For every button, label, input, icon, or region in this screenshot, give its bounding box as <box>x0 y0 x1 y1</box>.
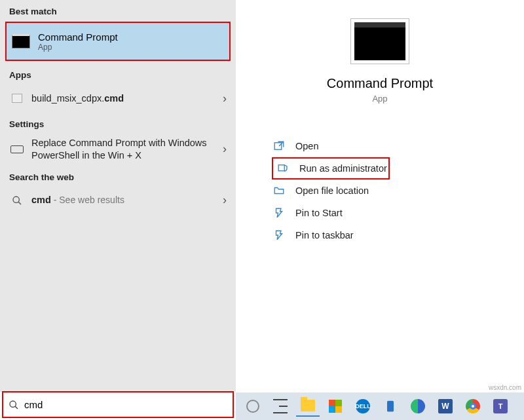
settings-result-label: Replace Command Prompt with Windows Powe… <box>31 137 223 162</box>
app-result-build-msix[interactable]: build_msix_cdpx.cmd › <box>0 84 236 113</box>
action-open-label: Open <box>295 141 318 151</box>
best-match-title: Command Prompt <box>38 31 118 43</box>
preview-panel: Command Prompt App Open Run as administr… <box>236 0 524 392</box>
web-result-cmd[interactable]: cmd - See web results › <box>0 186 236 215</box>
chevron-right-icon: › <box>223 193 227 207</box>
search-input[interactable] <box>24 399 227 410</box>
edge-icon[interactable] <box>406 396 430 417</box>
chevron-right-icon: › <box>223 92 227 105</box>
pin-start-icon <box>272 206 286 220</box>
chrome-icon[interactable] <box>461 396 485 417</box>
shield-icon <box>276 161 290 176</box>
section-best-match: Best match <box>0 0 236 20</box>
your-phone-icon[interactable] <box>379 396 402 417</box>
microsoft-store-icon[interactable] <box>324 396 347 417</box>
svg-point-4 <box>10 401 16 407</box>
taskbar: DELL W T <box>236 392 524 420</box>
best-match-subtitle: App <box>38 43 118 52</box>
search-icon <box>9 195 25 206</box>
best-match-command-prompt[interactable]: Command Prompt App <box>5 22 231 61</box>
app-hero-subtitle: App <box>236 94 524 104</box>
search-icon <box>9 400 19 410</box>
action-pin-to-start[interactable]: Pin to Start <box>272 202 524 224</box>
action-open-file-location[interactable]: Open file location <box>272 180 524 202</box>
open-icon <box>272 139 286 153</box>
section-settings: Settings <box>0 113 236 133</box>
action-pin-start-label: Pin to Start <box>295 208 343 218</box>
app-hero: Command Prompt App <box>236 0 524 104</box>
file-explorer-icon[interactable] <box>296 396 320 417</box>
action-open[interactable]: Open <box>272 135 524 157</box>
svg-rect-6 <box>387 401 394 412</box>
svg-rect-2 <box>274 143 282 150</box>
action-list: Open Run as administrator Open file loca… <box>272 135 524 246</box>
search-bar[interactable] <box>2 391 234 418</box>
folder-icon <box>272 183 286 198</box>
watermark: wsxdn.com <box>489 384 521 391</box>
app-hero-title: Command Prompt <box>236 76 524 91</box>
dell-icon[interactable]: DELL <box>351 396 375 417</box>
file-icon <box>9 94 25 103</box>
command-prompt-hero-icon <box>350 18 409 64</box>
svg-line-5 <box>15 406 18 409</box>
pin-taskbar-icon <box>272 228 286 242</box>
section-apps: Apps <box>0 64 236 84</box>
action-run-admin-label: Run as administrator <box>299 163 387 174</box>
chevron-right-icon: › <box>223 142 227 156</box>
settings-result-replace-cmd[interactable]: Replace Command Prompt with Windows Powe… <box>0 133 236 166</box>
command-prompt-icon <box>12 34 30 48</box>
action-pin-taskbar-label: Pin to taskbar <box>295 230 354 240</box>
action-run-as-administrator[interactable]: Run as administrator <box>272 157 390 180</box>
task-view-icon[interactable] <box>269 396 292 417</box>
action-pin-to-taskbar[interactable]: Pin to taskbar <box>272 224 524 246</box>
svg-point-0 <box>13 197 19 202</box>
app-result-label: build_msix_cdpx.cmd <box>31 92 223 105</box>
cortana-icon[interactable] <box>241 396 265 417</box>
web-result-label: cmd - See web results <box>31 194 223 206</box>
word-icon[interactable]: W <box>434 396 457 417</box>
svg-rect-3 <box>278 165 284 171</box>
action-open-loc-label: Open file location <box>295 185 369 196</box>
section-search-web: Search the web <box>0 166 236 186</box>
svg-line-1 <box>18 202 21 204</box>
toggle-icon <box>9 145 25 153</box>
search-results-panel: Best match Command Prompt App Apps build… <box>0 0 236 392</box>
teams-icon[interactable]: T <box>489 396 512 417</box>
